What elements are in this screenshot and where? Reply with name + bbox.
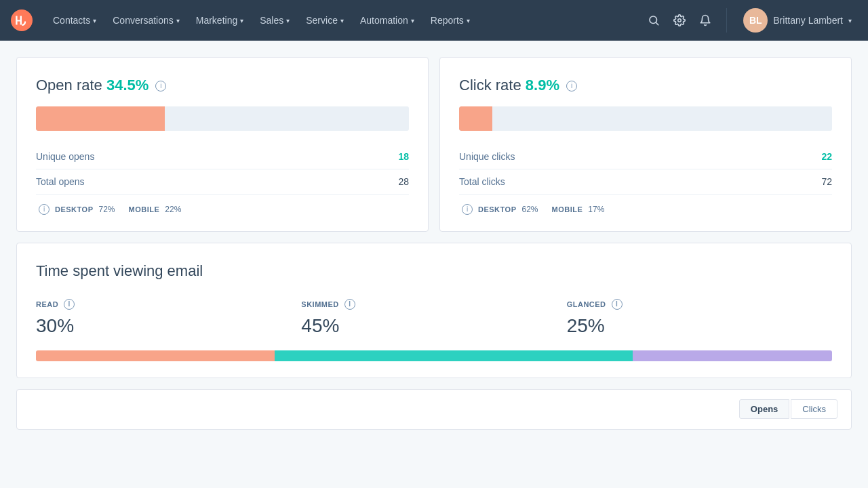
- time-card-title: Time spent viewing email: [36, 262, 832, 280]
- info-icon[interactable]: i: [566, 81, 577, 92]
- device-row-click: i DESKTOP 62% MOBILE 17%: [459, 204, 832, 215]
- desktop-value-click: 62%: [521, 205, 538, 214]
- search-button[interactable]: [644, 10, 664, 30]
- desktop-value: 72%: [98, 205, 115, 214]
- total-opens-label: Total opens: [36, 176, 85, 187]
- skimmed-info-icon[interactable]: i: [344, 299, 355, 310]
- time-metrics: READ i 30% SKIMMED i 45% GLANCED i 25%: [36, 299, 832, 337]
- total-clicks-row: Total clicks 72: [459, 169, 832, 195]
- nav-service[interactable]: Service ▾: [299, 9, 351, 31]
- chevron-down-icon: ▾: [93, 17, 96, 24]
- info-icon[interactable]: i: [155, 81, 166, 92]
- mobile-label: MOBILE: [129, 205, 160, 214]
- skimmed-value: 45%: [301, 315, 566, 337]
- info-icon-device[interactable]: i: [39, 204, 50, 215]
- read-info-icon[interactable]: i: [64, 299, 75, 310]
- click-rate-fill: [459, 106, 492, 131]
- top-cards-row: Open rate 34.5% i Unique opens 18 Total …: [16, 57, 852, 232]
- user-name: Brittany Lambert: [773, 15, 843, 26]
- device-row: i DESKTOP 72% MOBILE 22%: [36, 204, 409, 215]
- nav-reports[interactable]: Reports ▾: [424, 9, 477, 31]
- click-rate-value: 8.9%: [526, 77, 559, 94]
- skimmed-label: SKIMMED i: [301, 299, 566, 310]
- nav-contacts[interactable]: Contacts ▾: [46, 9, 103, 31]
- open-rate-value: 34.5%: [106, 77, 149, 94]
- read-label: READ i: [36, 299, 301, 310]
- click-rate-title: Click rate 8.9% i: [459, 77, 832, 94]
- svg-point-3: [678, 19, 682, 22]
- chevron-down-icon: ▾: [286, 17, 290, 24]
- open-rate-fill: [36, 106, 165, 131]
- total-opens-row: Total opens 28: [36, 169, 409, 195]
- settings-button[interactable]: [669, 10, 690, 30]
- open-rate-card: Open rate 34.5% i Unique opens 18 Total …: [16, 57, 429, 232]
- mobile-label-click: MOBILE: [552, 205, 583, 214]
- glanced-info-icon[interactable]: i: [612, 299, 623, 310]
- nav-right: BL Brittany Lambert ▾: [644, 5, 857, 35]
- unique-clicks-label: Unique clicks: [459, 151, 515, 162]
- chevron-down-icon: ▾: [340, 17, 344, 24]
- chevron-down-icon: ▾: [467, 17, 470, 24]
- read-metric: READ i 30%: [36, 299, 301, 337]
- info-icon-device-click[interactable]: i: [462, 204, 473, 215]
- time-spent-card: Time spent viewing email READ i 30% SKIM…: [16, 243, 852, 378]
- skimmed-metric: SKIMMED i 45%: [301, 299, 566, 337]
- unique-opens-row: Unique opens 18: [36, 144, 409, 169]
- svg-line-2: [656, 22, 658, 24]
- chevron-down-icon: ▾: [848, 17, 852, 24]
- bottom-tabs: Opens Clicks: [739, 399, 837, 419]
- avatar: BL: [743, 8, 768, 33]
- nav-items: Contacts ▾ Conversations ▾ Marketing ▾ S…: [46, 9, 644, 31]
- stacked-bar: [36, 350, 832, 361]
- unique-clicks-value: 22: [821, 151, 832, 162]
- desktop-label-click: DESKTOP: [478, 205, 516, 214]
- tab-opens[interactable]: Opens: [739, 399, 789, 419]
- main-content: Open rate 34.5% i Unique opens 18 Total …: [0, 41, 868, 446]
- user-menu[interactable]: BL Brittany Lambert ▾: [738, 5, 857, 35]
- open-rate-title: Open rate 34.5% i: [36, 77, 409, 94]
- glanced-label: GLANCED i: [567, 299, 832, 310]
- chevron-down-icon: ▾: [176, 17, 180, 24]
- unique-opens-label: Unique opens: [36, 151, 94, 162]
- chevron-down-icon: ▾: [411, 17, 414, 24]
- nav-automation[interactable]: Automation ▾: [353, 9, 421, 31]
- click-rate-bar: [459, 106, 832, 131]
- tab-clicks[interactable]: Clicks: [791, 399, 837, 419]
- glanced-metric: GLANCED i 25%: [567, 299, 832, 337]
- unique-opens-value: 18: [398, 151, 409, 162]
- desktop-label: DESKTOP: [55, 205, 93, 214]
- notifications-button[interactable]: [695, 10, 715, 30]
- total-clicks-value: 72: [821, 176, 832, 187]
- total-clicks-label: Total clicks: [459, 176, 505, 187]
- read-value: 30%: [36, 315, 301, 337]
- open-rate-bar: [36, 106, 409, 131]
- read-segment: [36, 350, 275, 361]
- chevron-down-icon: ▾: [240, 17, 243, 24]
- nav-conversations[interactable]: Conversations ▾: [106, 9, 186, 31]
- total-opens-value: 28: [398, 176, 409, 187]
- mobile-value-click: 17%: [588, 205, 604, 214]
- nav-divider: [726, 8, 727, 33]
- click-rate-card: Click rate 8.9% i Unique clicks 22 Total…: [439, 57, 852, 232]
- skimmed-segment: [275, 350, 633, 361]
- unique-clicks-row: Unique clicks 22: [459, 144, 832, 169]
- nav-marketing[interactable]: Marketing ▾: [189, 9, 250, 31]
- mobile-value: 22%: [165, 205, 181, 214]
- bottom-panel: Opens Clicks: [16, 389, 852, 430]
- hubspot-logo[interactable]: [11, 9, 33, 31]
- glanced-value: 25%: [567, 315, 832, 337]
- navbar: Contacts ▾ Conversations ▾ Marketing ▾ S…: [0, 0, 868, 41]
- glanced-segment: [633, 350, 832, 361]
- nav-sales[interactable]: Sales ▾: [253, 9, 296, 31]
